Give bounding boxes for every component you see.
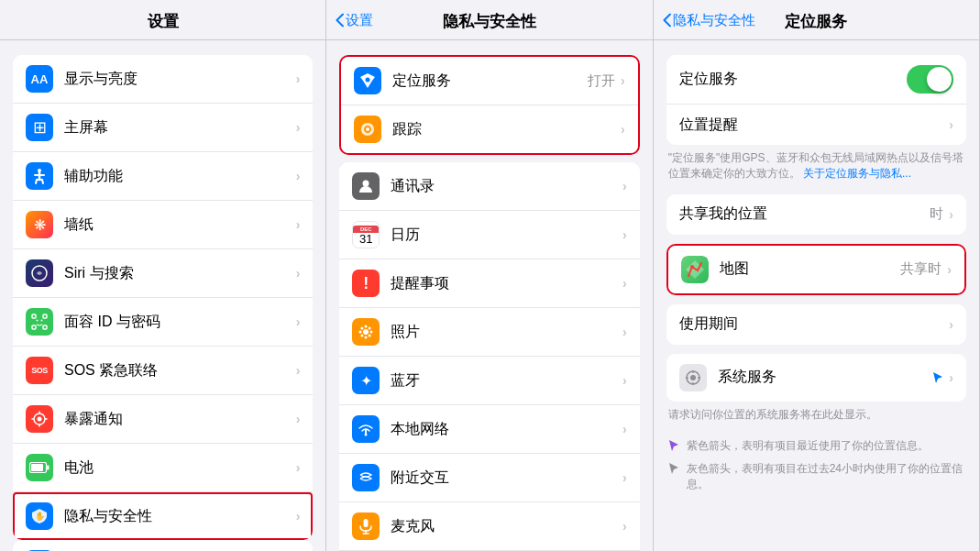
exposure-label: 暴露通知: [64, 410, 296, 429]
panel-privacy: 设置 隐私与安全性 定位服务 打开 ›: [326, 0, 653, 551]
contacts2-icon: [352, 172, 380, 200]
svg-point-51: [690, 375, 696, 380]
settings-item-homescreen[interactable]: ⊞ 主屏幕 ›: [13, 104, 313, 152]
svg-rect-8: [32, 314, 36, 318]
maps-row[interactable]: 地图 共享时 ›: [668, 246, 964, 293]
location-arrow-icon: [932, 371, 943, 384]
settings-title: 设置: [148, 13, 179, 30]
svg-point-35: [369, 335, 371, 337]
usage-period-group: 使用期间 ›: [666, 304, 966, 345]
usage-period-label: 使用期间: [679, 314, 950, 334]
bluetooth-icon: ✦: [352, 367, 380, 394]
share-location-label: 共享我的位置: [679, 204, 930, 224]
location-icon: [354, 67, 381, 94]
mic-icon: [352, 512, 380, 540]
svg-line-6: [42, 180, 43, 183]
system-desc-text: 请求访问你位置的系统服务将在此处显示。: [668, 408, 877, 421]
svg-rect-11: [43, 325, 47, 329]
privacy-item-location[interactable]: 定位服务 打开 ›: [341, 57, 637, 105]
location-toggle-group: 定位服务 位置提醒 ›: [666, 55, 966, 145]
display-icon: AA: [26, 65, 53, 93]
localnet-label: 本地网络: [391, 420, 622, 439]
chevron-icon: ›: [296, 412, 301, 426]
contacts2-label: 通讯录: [391, 177, 622, 196]
settings-item-battery[interactable]: 电池 ›: [13, 444, 313, 492]
privacy-item-mic[interactable]: 麦克风 ›: [339, 502, 639, 551]
settings-item-accessibility[interactable]: 辅助功能 ›: [13, 152, 313, 201]
settings-header: 设置: [0, 0, 325, 40]
privacy-header: 设置 隐私与安全性: [326, 0, 652, 40]
svg-point-32: [359, 331, 362, 334]
settings-item-appstore[interactable]: A App Store ›: [13, 540, 313, 551]
location-title: 定位服务: [785, 13, 847, 30]
privacy-item-reminders[interactable]: ! 提醒事项 ›: [339, 259, 639, 308]
location-toggle[interactable]: [907, 65, 953, 94]
chevron-icon: ›: [949, 117, 953, 132]
privacy-item-calendar[interactable]: DEC 31 日历 ›: [339, 211, 639, 259]
location-content: 定位服务 位置提醒 › "定位服务"使用GPS、蓝牙和众包无线局域网热点以及信号…: [654, 40, 979, 551]
svg-rect-21: [31, 464, 43, 471]
settings-item-siri[interactable]: Siri 与搜索 ›: [13, 249, 313, 298]
bluetooth-label: 蓝牙: [391, 371, 622, 391]
privacy-item-contacts[interactable]: 通讯录 ›: [339, 162, 639, 211]
calendar2-icon: DEC 31: [352, 221, 380, 248]
note1-text: 紫色箭头，表明有项目最近使用了你的位置信息。: [687, 438, 929, 454]
toggle-knob: [927, 67, 952, 92]
svg-point-31: [365, 336, 368, 339]
note-purple-row: 紫色箭头，表明有项目最近使用了你的位置信息。: [654, 435, 979, 457]
calendar2-label: 日历: [391, 226, 622, 245]
settings-item-wallpaper[interactable]: ❋ 墙纸 ›: [13, 201, 313, 249]
svg-point-29: [363, 329, 369, 335]
svg-rect-9: [43, 314, 47, 318]
chevron-icon: ›: [622, 179, 627, 193]
share-location-row[interactable]: 共享我的位置 时 ›: [666, 194, 966, 235]
note2-text: 灰色箭头，表明有项目在过去24小时内使用了你的位置信息。: [687, 461, 964, 492]
system-services-icon: [679, 364, 707, 391]
settings-item-display[interactable]: AA 显示与亮度 ›: [13, 55, 313, 104]
desc-link[interactable]: 关于定位服务与隐私...: [803, 167, 911, 180]
svg-point-12: [37, 320, 39, 322]
location-reminder-row[interactable]: 位置提醒 ›: [666, 105, 966, 145]
chevron-icon: ›: [296, 460, 301, 475]
svg-point-49: [690, 265, 694, 269]
battery-label: 电池: [64, 458, 296, 478]
chevron-icon: ›: [621, 122, 625, 137]
photos-icon: [352, 318, 380, 346]
svg-rect-10: [32, 325, 36, 329]
svg-rect-39: [364, 519, 369, 527]
location-toggle-row[interactable]: 定位服务: [666, 55, 966, 105]
back-label: 设置: [346, 11, 373, 28]
usage-period-row[interactable]: 使用期间 ›: [666, 304, 966, 345]
settings-item-exposure[interactable]: 暴露通知 ›: [13, 395, 313, 444]
chevron-icon: ›: [296, 363, 301, 378]
nearby-label: 附近交互: [391, 468, 622, 488]
chevron-icon: ›: [622, 276, 627, 291]
homescreen-label: 主屏幕: [64, 118, 296, 138]
siri-icon: [26, 259, 53, 287]
back-to-privacy[interactable]: 隐私与安全性: [663, 11, 755, 28]
settings-item-sos[interactable]: SOS SOS 紧急联络 ›: [13, 347, 313, 395]
location-value: 打开: [588, 72, 615, 90]
location-label: 定位服务: [392, 72, 588, 91]
accessibility-icon: [26, 162, 53, 190]
settings-item-faceid[interactable]: 面容 ID 与密码 ›: [13, 298, 313, 347]
system-services-row[interactable]: 系统服务 ›: [666, 354, 966, 402]
chevron-icon: ›: [622, 325, 627, 339]
maps-icon: [681, 256, 709, 283]
privacy-item-bluetooth[interactable]: ✦ 蓝牙 ›: [339, 357, 639, 405]
system-services-label: 系统服务: [718, 368, 933, 387]
privacy-item-nearby[interactable]: 附近交互 ›: [339, 454, 639, 502]
settings-group-top: AA 显示与亮度 › ⊞ 主屏幕 ›: [13, 55, 313, 540]
back-to-settings[interactable]: 设置: [336, 11, 373, 28]
location-toggle-label: 定位服务: [679, 70, 907, 89]
privacy-item-photos[interactable]: 照片 ›: [339, 308, 639, 357]
panel-settings: 设置 AA 显示与亮度 › ⊞ 主屏幕 ›: [0, 0, 326, 551]
location-group-highlighted: 定位服务 打开 › 跟踪 ›: [339, 55, 639, 155]
privacy-item-tracking[interactable]: 跟踪 ›: [341, 105, 637, 153]
chevron-icon: ›: [949, 207, 953, 222]
chevron-icon: ›: [622, 519, 627, 534]
privacy-item-localnet[interactable]: 本地网络 ›: [339, 405, 639, 454]
privacy-apps-group: 通讯录 › DEC 31 日历 › ! 提醒事项 ›: [339, 162, 639, 551]
settings-item-privacy[interactable]: ✋ 隐私与安全性 ›: [13, 492, 313, 540]
privacy-content: 定位服务 打开 › 跟踪 › 通讯录: [326, 40, 652, 551]
